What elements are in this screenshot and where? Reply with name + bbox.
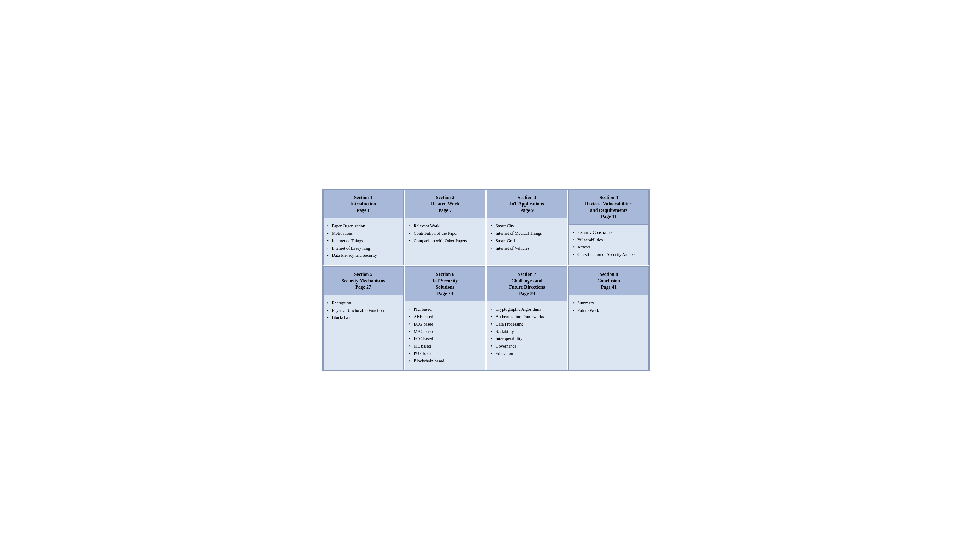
section-list-5: EncryptionPhysical Unclonable FunctionBl…: [327, 300, 398, 321]
list-item-8-1: Summary: [573, 300, 644, 307]
section-list-8: SummaryFuture Work: [573, 300, 644, 314]
section-list-4: Security ConstraintsVulnerabilitiesAttac…: [573, 229, 644, 258]
section-list-2: Relevant WorkContribution of the PaperCo…: [409, 223, 480, 244]
list-item-4-3: Attacks: [573, 244, 644, 250]
sections-grid: Section 1IntroductionPage 1Paper Organiz…: [322, 189, 650, 372]
section-header-text-4: Section 4Devices' Vulnerabilitiesand Req…: [574, 194, 644, 220]
list-item-4-1: Security Constraints: [573, 229, 644, 236]
section-header-text-7: Section 7Challenges andFuture Directions…: [492, 271, 562, 297]
section-header-text-5: Section 5Security MechanismsPage 27: [328, 271, 398, 290]
list-item-1-2: Motivations: [327, 230, 398, 237]
list-item-3-1: Smart City: [491, 223, 562, 229]
section-card-4: Section 4Devices' Vulnerabilitiesand Req…: [569, 190, 649, 265]
list-item-7-5: Interoperability: [491, 336, 562, 342]
list-item-3-4: Internet of Vehicles: [491, 245, 562, 252]
list-item-3-3: Smart Grid: [491, 238, 562, 244]
section-card-3: Section 3IoT ApplicationsPage 9Smart Cit…: [487, 190, 567, 265]
list-item-1-3: Internet of Things: [327, 238, 398, 244]
section-body-7: Cryptographic AlgorithmsAuthentication F…: [487, 302, 567, 370]
list-item-7-1: Cryptographic Algorithms: [491, 306, 562, 313]
section-header-7: Section 7Challenges andFuture Directions…: [487, 267, 567, 302]
section-header-2: Section 2Related WorkPage 7: [405, 190, 485, 218]
list-item-6-4: MAC based: [409, 328, 480, 335]
section-body-8: SummaryFuture Work: [569, 295, 649, 370]
section-list-7: Cryptographic AlgorithmsAuthentication F…: [491, 306, 562, 357]
section-card-1: Section 1IntroductionPage 1Paper Organiz…: [323, 190, 403, 265]
section-list-3: Smart CityInternet of Medical ThingsSmar…: [491, 223, 562, 252]
list-item-7-7: Education: [491, 350, 562, 357]
section-header-text-3: Section 3IoT ApplicationsPage 9: [492, 194, 562, 213]
list-item-3-2: Internet of Medical Things: [491, 230, 562, 237]
section-list-6: PKI basedABE basedECG basedMAC basedECC …: [409, 306, 480, 364]
list-item-1-5: Data Privacy and Security: [327, 252, 398, 259]
section-body-2: Relevant WorkContribution of the PaperCo…: [405, 218, 485, 265]
list-item-5-2: Physical Unclonable Function: [327, 307, 398, 314]
list-item-2-1: Relevant Work: [409, 223, 480, 229]
section-header-4: Section 4Devices' Vulnerabilitiesand Req…: [569, 190, 649, 225]
section-body-3: Smart CityInternet of Medical ThingsSmar…: [487, 218, 567, 265]
section-body-6: PKI basedABE basedECG basedMAC basedECC …: [405, 302, 485, 370]
section-body-4: Security ConstraintsVulnerabilitiesAttac…: [569, 225, 649, 265]
section-body-1: Paper OrganizationMotivationsInternet of…: [323, 218, 403, 265]
list-item-5-3: Blockchain: [327, 315, 398, 321]
list-item-2-2: Contribution of the Paper: [409, 230, 480, 237]
list-item-2-3: Comparison with Other Papers: [409, 238, 480, 244]
section-header-text-2: Section 2Related WorkPage 7: [410, 194, 480, 213]
section-header-1: Section 1IntroductionPage 1: [323, 190, 403, 218]
list-item-7-3: Data Processing: [491, 321, 562, 328]
list-item-1-1: Paper Organization: [327, 223, 398, 229]
list-item-6-8: Blockchain based: [409, 358, 480, 365]
list-item-6-3: ECG based: [409, 321, 480, 328]
section-list-1: Paper OrganizationMotivationsInternet of…: [327, 223, 398, 259]
section-card-8: Section 8ConclusionPage 41SummaryFuture …: [569, 266, 649, 370]
list-item-6-2: ABE based: [409, 313, 480, 320]
section-header-6: Section 6IoT SecuritySolutionsPage 29: [405, 267, 485, 302]
list-item-4-2: Vulnerabilities: [573, 237, 644, 243]
section-header-text-8: Section 8ConclusionPage 41: [574, 271, 644, 290]
list-item-6-5: ECC based: [409, 336, 480, 342]
list-item-7-6: Governance: [491, 343, 562, 350]
list-item-7-2: Authentication Frameworks: [491, 313, 562, 320]
section-body-5: EncryptionPhysical Unclonable FunctionBl…: [323, 295, 403, 370]
list-item-5-1: Encryption: [327, 300, 398, 307]
list-item-6-7: PUF based: [409, 350, 480, 357]
list-item-6-6: ML based: [409, 343, 480, 350]
section-header-text-1: Section 1IntroductionPage 1: [328, 194, 398, 213]
section-header-8: Section 8ConclusionPage 41: [569, 267, 649, 295]
section-card-6: Section 6IoT SecuritySolutionsPage 29PKI…: [405, 266, 485, 370]
section-card-2: Section 2Related WorkPage 7Relevant Work…: [405, 190, 485, 265]
list-item-1-4: Internet of Everything: [327, 245, 398, 252]
list-item-6-1: PKI based: [409, 306, 480, 313]
section-card-5: Section 5Security MechanismsPage 27Encry…: [323, 266, 403, 370]
section-header-3: Section 3IoT ApplicationsPage 9: [487, 190, 567, 218]
list-item-8-2: Future Work: [573, 307, 644, 314]
list-item-4-4: Classification of Security Attacks: [573, 252, 644, 258]
section-header-5: Section 5Security MechanismsPage 27: [323, 267, 403, 295]
section-header-text-6: Section 6IoT SecuritySolutionsPage 29: [410, 271, 480, 297]
section-card-7: Section 7Challenges andFuture Directions…: [487, 266, 567, 370]
list-item-7-4: Scalability: [491, 328, 562, 335]
